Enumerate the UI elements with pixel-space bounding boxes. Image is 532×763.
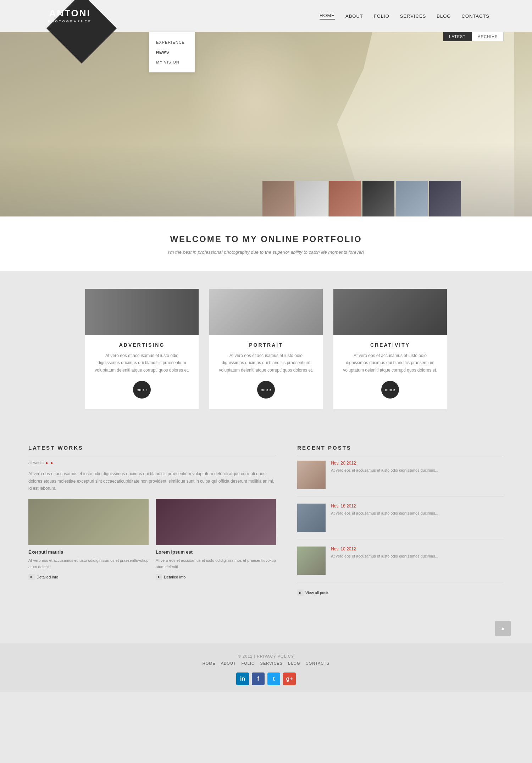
post-date-1: Nov. 20.2012	[331, 461, 504, 466]
nav-contacts[interactable]: CONTACTS	[461, 13, 489, 19]
bottom-section: LATEST WORKS all works ► ► At vero eos e…	[0, 427, 532, 617]
thumb-5[interactable]	[396, 181, 428, 216]
work-desc-1: At vero eos et accusamus et iusto odidig…	[28, 558, 149, 570]
latest-works-title: LATEST WORKS	[28, 445, 276, 455]
work-item-1: Exerputi mauris At vero eos et accusamus…	[28, 499, 149, 580]
footer-link-home[interactable]: HOME	[203, 661, 216, 665]
post-thumb-1	[297, 461, 326, 489]
footer-link-contacts[interactable]: CONTACTS	[306, 661, 330, 665]
portfolio-card-advertising: ADVERTISING At vero eos et accusamus et …	[85, 289, 199, 409]
work-item-2: Lorem ipsum est At vero eos et accusamus…	[156, 499, 276, 580]
card-image-portrait	[209, 289, 323, 335]
dropdown-myvision[interactable]: MY VISION	[149, 57, 195, 67]
footer-link-services[interactable]: SERVICES	[260, 661, 283, 665]
footer: © 2012 | PRIVACY POLICY HOME ABOUT FOLIO…	[0, 643, 532, 692]
blog-tab-archive[interactable]: ARCHIVE	[472, 32, 504, 41]
footer-link-folio[interactable]: FOLIO	[242, 661, 255, 665]
welcome-title: WELCOME TO MY ONLINE PORTFOLIO	[7, 234, 525, 244]
latest-works-description: At vero eos et accusamus et iusto odio d…	[28, 470, 276, 492]
recent-posts: RECENT POSTS Nov. 20.2012 At vero eos et…	[297, 445, 504, 596]
card-image-advertising	[85, 289, 199, 335]
back-to-top-container: ▲	[0, 617, 532, 643]
more-button-advertising[interactable]: more	[133, 381, 151, 399]
more-button-portrait[interactable]: more	[257, 381, 275, 399]
card-title-creativity: CREATIVITY	[333, 335, 447, 352]
footer-link-about[interactable]: ABOUT	[221, 661, 236, 665]
work-title-2: Lorem ipsum est	[156, 549, 276, 555]
post-thumb-2	[297, 504, 326, 532]
logo-text[interactable]: ANTONI PHOTOGRAPHER	[48, 8, 92, 23]
footer-link-blog[interactable]: BLOG	[288, 661, 300, 665]
detail-link-1[interactable]: Detailed info	[28, 574, 149, 580]
post-item-1: Nov. 20.2012 At vero eos et accusamus et…	[297, 461, 504, 496]
social-icons: in f t g+	[7, 673, 525, 685]
header: ANTONI PHOTOGRAPHER HOME ABOUT FOLIO SER…	[0, 0, 532, 32]
thumb-3[interactable]	[329, 181, 361, 216]
card-text-creativity: At vero eos et accusamus et iusto odio d…	[333, 352, 447, 374]
portfolio-section: ADVERTISING At vero eos et accusamus et …	[0, 271, 532, 427]
nav-folio[interactable]: FOLIO	[374, 13, 389, 19]
post-meta-1: Nov. 20.2012 At vero eos et accusamus et…	[331, 461, 504, 489]
social-twitter[interactable]: t	[267, 673, 280, 685]
footer-links: HOME ABOUT FOLIO SERVICES BLOG CONTACTS	[7, 661, 525, 665]
welcome-subtitle: I'm the best in professional photography…	[7, 249, 525, 255]
card-title-portrait: PORTRAIT	[209, 335, 323, 352]
post-date-2: Nov. 18.2012	[331, 504, 504, 509]
post-thumb-3	[297, 547, 326, 575]
social-facebook[interactable]: f	[252, 673, 265, 685]
main-nav: HOME ABOUT FOLIO SERVICES BLOG CONTACTS	[320, 13, 489, 20]
thumb-1[interactable]	[262, 181, 294, 216]
logo-subtitle: PHOTOGRAPHER	[48, 20, 92, 23]
thumbnail-strip	[262, 181, 461, 216]
work-image-1	[28, 499, 149, 545]
all-works-link[interactable]: all works ► ►	[28, 461, 276, 465]
all-works-arrows: ► ►	[45, 461, 54, 465]
recent-posts-title: RECENT POSTS	[297, 445, 504, 455]
nav-services[interactable]: SERVICES	[400, 13, 426, 19]
footer-copyright: © 2012 | PRIVACY POLICY	[7, 654, 525, 658]
nav-blog[interactable]: BLOG	[437, 13, 451, 19]
works-grid: Exerputi mauris At vero eos et accusamus…	[28, 499, 276, 580]
view-all-posts-link[interactable]: View all posts	[297, 589, 504, 596]
post-excerpt-2: At vero eos et accusamus et iusto odio d…	[331, 510, 504, 517]
dropdown-news[interactable]: NEWS	[149, 47, 195, 57]
about-dropdown: EXPERIENCE NEWS MY VISION	[149, 32, 195, 72]
work-title-1: Exerputi mauris	[28, 549, 149, 555]
social-linkedin[interactable]: in	[236, 673, 249, 685]
card-text-advertising: At vero eos et accusamus et iusto odio d…	[85, 352, 199, 374]
post-date-3: Nov. 10.2012	[331, 547, 504, 551]
more-button-creativity[interactable]: more	[381, 381, 399, 399]
post-meta-2: Nov. 18.2012 At vero eos et accusamus et…	[331, 504, 504, 532]
latest-works: LATEST WORKS all works ► ► At vero eos e…	[28, 445, 276, 596]
back-to-top-button[interactable]: ▲	[495, 621, 511, 636]
work-desc-2: At vero eos et accusamus et iusto odidig…	[156, 558, 276, 570]
thumb-2[interactable]	[296, 181, 328, 216]
portfolio-card-portrait: PORTRAIT At vero eos et accusamus et ius…	[209, 289, 323, 409]
blog-tab-latest[interactable]: LATEST	[443, 32, 472, 41]
post-excerpt-3: At vero eos et accusamus et iusto odio d…	[331, 553, 504, 560]
card-title-advertising: ADVERTISING	[85, 335, 199, 352]
detail-link-2[interactable]: Detailed info	[156, 574, 276, 580]
blog-tabs: LATEST ARCHIVE	[443, 32, 504, 41]
post-item-3: Nov. 10.2012 At vero eos et accusamus et…	[297, 547, 504, 582]
card-text-portrait: At vero eos et accusamus et iusto odio d…	[209, 352, 323, 374]
nav-about[interactable]: ABOUT	[345, 13, 363, 19]
social-googleplus[interactable]: g+	[283, 673, 296, 685]
nav-home[interactable]: HOME	[320, 13, 335, 20]
post-item-2: Nov. 18.2012 At vero eos et accusamus et…	[297, 504, 504, 539]
welcome-section: WELCOME TO MY ONLINE PORTFOLIO I'm the b…	[0, 216, 532, 271]
work-image-2	[156, 499, 276, 545]
thumb-4[interactable]	[362, 181, 394, 216]
logo-brand: ANTONI	[48, 8, 92, 19]
card-image-creativity	[333, 289, 447, 335]
post-meta-3: Nov. 10.2012 At vero eos et accusamus et…	[331, 547, 504, 575]
dropdown-experience[interactable]: EXPERIENCE	[149, 37, 195, 47]
portfolio-card-creativity: CREATIVITY At vero eos et accusamus et i…	[333, 289, 447, 409]
thumb-6[interactable]	[429, 181, 461, 216]
post-excerpt-1: At vero eos et accusamus et iusto odio d…	[331, 467, 504, 474]
